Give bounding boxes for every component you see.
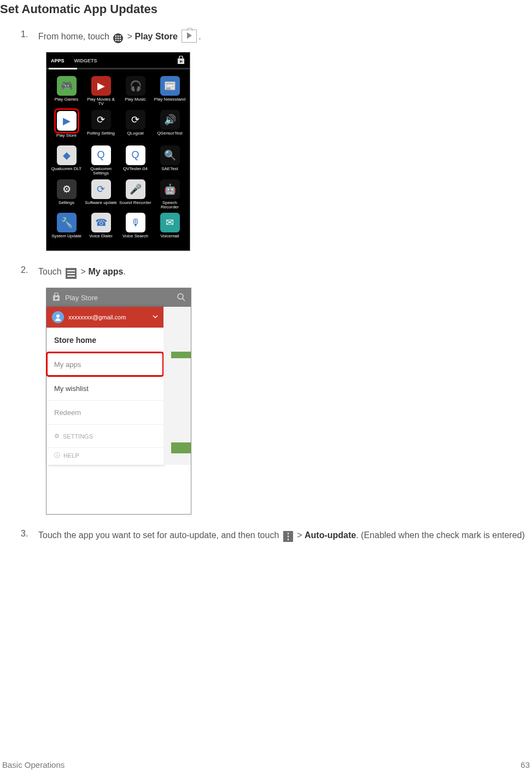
search-icon [177,293,185,303]
app-icon: ☎ [91,213,111,232]
app-speech-recorder: 🤖Speech Recorder [153,179,186,210]
drawer-item-my-apps: My apps [46,352,163,376]
tab-widgets: WIDGETS [74,58,97,63]
app-play-newsstand: 📰Play Newsstand [153,76,186,107]
app-settings: ⚙Settings [50,179,83,210]
app-icon: ▶ [91,76,111,96]
step-text-end: . (Enabled when the check mark is entere… [356,530,525,540]
app-software-update: ⟳Software update [84,179,118,210]
svg-point-7 [118,40,119,42]
svg-point-8 [120,40,121,42]
app-icon: ⚙ [57,179,77,199]
app-label: Software update [85,201,116,209]
app-icon: ✉ [160,213,180,232]
svg-rect-12 [67,270,75,271]
app-label: Play Newsstand [154,97,185,106]
tab-apps: APPS [51,58,65,63]
drawer-item-my-wishlist: My wishlist [46,376,163,400]
step-2: 2. Touch > My apps. [0,265,532,279]
app-label: QSensorTest [157,131,182,140]
account-email: xxxxxxxx@gmail.com [68,314,153,320]
app-icon: 🔧 [57,213,77,232]
app-label: Settings [59,201,74,209]
step-text-end: . [198,32,201,41]
app-qualcomm-dlt: ◆Qualcomm DLT [50,145,83,176]
step-bold: My apps [88,267,123,276]
app-icon: Q [126,145,145,165]
app-icon: Q [91,145,111,165]
footer-section: Basic Operations [2,760,65,769]
app-play-games: 🎮Play Games [50,76,83,107]
step-bold: Auto-update [305,530,356,540]
svg-point-0 [115,36,117,37]
svg-rect-13 [67,273,75,274]
svg-rect-22 [288,539,289,540]
svg-rect-14 [67,276,75,277]
app-label: Voice Dialer [89,234,113,243]
app-label: QLogcat [127,131,143,140]
app-qlogcat: ⟳QLogcat [119,110,152,142]
drawer-item-settings: ⚙ SETTINGS [46,424,163,447]
app-sound-recorder: 🎤Sound Recorder [119,179,152,210]
app-voice-dialer: ☎Voice Dialer [84,213,118,243]
drawer-item-redeem: Redeem [46,400,163,424]
step-3: 3. Touch the app you want to set for aut… [0,529,532,542]
app-icon: 🎤 [126,179,145,199]
app-icon: 🎙 [126,213,145,232]
app-qsensortest: 🔊QSensorTest [153,110,186,142]
step-bold: Play Store [135,32,178,41]
svg-rect-20 [288,533,289,534]
svg-point-17 [178,294,183,299]
app-icon: ▶ [57,111,77,131]
step-text: From home, touch [38,32,112,41]
app-saetest: 🔍SAETest [153,145,186,176]
app-voicemail: ✉Voicemail [153,213,186,243]
play-store-bag-icon [52,293,61,303]
play-store-icon [182,30,197,43]
app-icon: ⟳ [91,110,111,130]
app-label: Play Games [55,97,79,106]
avatar-icon [52,311,64,323]
app-play-store: ▶Play Store [50,110,83,142]
app-voice-search: 🎙Voice Search [119,213,152,243]
app-qvtester-04: QQVTester-04 [119,145,152,176]
page-heading: Set Automatic App Updates [0,0,532,16]
account-row: xxxxxxxx@gmail.com [46,307,163,328]
svg-point-4 [118,38,119,39]
app-label: Play Movies & TV [84,97,118,107]
separator: > [81,267,89,276]
app-label: System Update [51,234,81,243]
svg-point-1 [118,36,119,37]
shop-icon [177,56,185,66]
chevron-down-icon [153,314,158,320]
app-polling-setting: ⟳Polling Setting [84,110,118,142]
svg-rect-21 [288,536,289,538]
app-label: Speech Recorder [153,201,186,210]
gear-icon: ⚙ [54,433,60,440]
app-play-music: 🎧Play Music [119,76,152,107]
overflow-menu-icon [283,531,293,542]
svg-point-6 [115,40,117,42]
svg-point-3 [115,38,117,39]
app-icon: ◆ [57,145,77,165]
app-icon: 🎮 [57,76,77,96]
step-text-end: . [123,267,125,276]
step-text: Touch [38,267,64,276]
drawer-item-store-home: Store home [46,328,163,352]
screenshot-play-store-drawer: Play Store xxxxxxxx@gmail.com Store home… [46,288,191,515]
app-icon: 🎧 [126,76,145,96]
separator: > [297,530,305,540]
svg-point-2 [120,36,121,37]
step-text: Touch the app you want to set for auto-u… [38,530,282,540]
hamburger-icon [66,268,77,279]
app-icon: 🔍 [160,145,180,165]
step-number: 3. [21,529,38,539]
step-1: 1. From home, touch > Play Store . [0,30,532,43]
svg-point-19 [56,314,60,318]
help-icon: ⓘ [54,451,60,459]
app-label: Play Music [125,97,146,106]
app-system-update: 🔧System Update [50,213,83,243]
step-number: 1. [21,30,38,39]
app-icon: 🤖 [160,179,180,199]
drawer-item-help: ⓘ HELP [46,447,163,465]
